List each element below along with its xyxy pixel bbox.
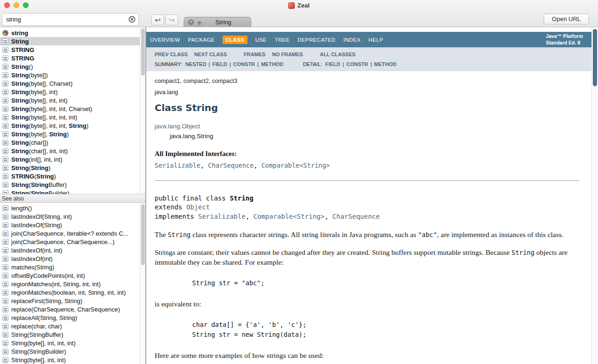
see-also-item[interactable]: String(byte[], int, int, int) (0, 339, 145, 347)
subnav-method[interactable]: METHOD (374, 61, 396, 67)
interface-link[interactable]: CharSequence (208, 162, 254, 169)
topnav-help[interactable]: HELP (368, 37, 383, 43)
search-result-item[interactable]: String(byte[], Charset) (0, 79, 145, 88)
signature-link[interactable]: Object (186, 203, 210, 211)
interface-link[interactable]: Comparable<String> (262, 162, 330, 169)
entry-icon (2, 247, 8, 253)
search-result-item[interactable]: STRING (0, 45, 145, 54)
see-also-item[interactable]: regionMatches(boolean, int, String, int,… (0, 288, 145, 297)
see-also-item[interactable]: lastIndexOf(int, int) (0, 246, 145, 254)
see-also-item[interactable]: lastIndexOf(int) (0, 254, 145, 263)
see-also-item[interactable]: matches(String) (0, 263, 145, 271)
see-also-item[interactable]: replace(char, char) (0, 322, 145, 330)
subnav-link-no-frames[interactable]: NO FRAMES (272, 52, 303, 57)
superclass-link[interactable]: java.lang.Object (155, 123, 200, 130)
clear-search-icon[interactable] (128, 16, 135, 23)
subnav-method[interactable]: METHOD (261, 61, 284, 67)
entry-icon (2, 214, 8, 220)
see-also-scrollbar-thumb[interactable] (141, 204, 145, 265)
subnav-link-prev-class[interactable]: PREV CLASS (155, 52, 187, 57)
see-also-item[interactable]: length() (0, 204, 145, 212)
result-label: String(char[], int, int) (11, 148, 68, 155)
tab-string[interactable]: × String (184, 17, 251, 27)
topnav-deprecated[interactable]: DEPRECATED (298, 37, 336, 43)
topnav-package[interactable]: PACKAGE (188, 37, 215, 43)
search-result-item[interactable]: STRING(String) (0, 172, 145, 180)
search-result-item[interactable]: String(StringBuilder) (0, 189, 145, 194)
separator: | (209, 61, 210, 67)
topnav-index[interactable]: INDEX (344, 37, 361, 43)
subnav-field[interactable]: FIELD (325, 61, 340, 67)
class-description: The String class represents character st… (155, 230, 579, 364)
interface-link[interactable]: Serializable (155, 162, 201, 169)
see-also-label-text: replaceAll(String, String) (11, 314, 77, 321)
inline-code: "abc" (418, 231, 437, 238)
see-also-item[interactable]: join(CharSequence, CharSequence...) (0, 238, 145, 246)
see-also-item[interactable]: replaceFirst(String, String) (0, 297, 145, 305)
see-also-item[interactable]: replace(CharSequence, CharSequence) (0, 305, 145, 313)
see-also-label-text: lastIndexOf(int) (11, 255, 52, 262)
subnav-link-frames[interactable]: FRAMES (244, 52, 265, 57)
see-also-item[interactable]: lastIndexOf(String) (0, 221, 145, 229)
search-result-item[interactable]: String(byte[], int) (0, 88, 145, 96)
subnav-constr[interactable]: CONSTR (346, 61, 368, 67)
tab-close-icon[interactable]: × (188, 19, 194, 25)
search-result-item[interactable]: String(int[], int, int) (0, 155, 145, 163)
doc-pane: OVERVIEWPACKAGECLASSUSETREEDEPRECATEDIND… (146, 27, 598, 364)
entry-icon (2, 156, 8, 163)
subnav-link-all-classes[interactable]: ALL CLASSES (320, 52, 355, 57)
entry-icon (2, 131, 8, 137)
search-result-item[interactable]: STRING (0, 54, 145, 62)
see-also-item[interactable]: join(CharSequence, Iterable<? extends C.… (0, 229, 145, 238)
search-result-item[interactable]: String(char[]) (0, 138, 145, 147)
forward-button[interactable]: ↪ (165, 15, 178, 25)
see-also-item[interactable]: regionMatches(int, String, int, int) (0, 280, 145, 288)
search-result-item[interactable]: String (0, 37, 145, 45)
search-result-item[interactable]: String(byte[], String) (0, 130, 145, 138)
subnav-constr[interactable]: CONSTR (233, 61, 255, 67)
result-label: string (11, 30, 28, 37)
see-also-item[interactable]: String(StringBuilder) (0, 347, 145, 356)
search-result-item[interactable]: String(byte[]) (0, 71, 145, 79)
result-label: String(byte[], int) (11, 89, 58, 96)
doc-paragraph: is equivalent to: (155, 299, 572, 309)
topnav-use[interactable]: USE (255, 37, 267, 43)
search-result-item[interactable]: string (0, 29, 145, 37)
search-result-item[interactable]: String(String) (0, 163, 145, 172)
search-result-item[interactable]: String() (0, 62, 145, 71)
see-also-item[interactable]: String(StringBuffer) (0, 330, 145, 339)
search-result-item[interactable]: String(StringBuffer) (0, 180, 145, 189)
see-also-item[interactable]: lastIndexOf(String, int) (0, 212, 145, 221)
topnav-class[interactable]: CLASS (223, 36, 247, 44)
docset-search-box[interactable] (2, 13, 139, 26)
zeal-app-icon (288, 2, 295, 9)
entry-icon (2, 239, 8, 245)
doc-scrollbar-thumb[interactable] (593, 29, 597, 86)
results-scrollbar[interactable] (140, 27, 145, 194)
topnav-tree[interactable]: TREE (275, 37, 290, 43)
see-also-label-text: replace(CharSequence, CharSequence) (11, 306, 120, 313)
search-result-item[interactable]: String(byte[], int, int, Charset) (0, 104, 145, 113)
signature-link[interactable]: Comparable<String> (254, 213, 325, 220)
doc-scrollbar[interactable] (591, 27, 598, 364)
open-url-button[interactable]: Open URL (544, 14, 589, 24)
implemented-interfaces-label: All Implemented Interfaces: (155, 150, 579, 158)
results-scrollbar-thumb[interactable] (141, 29, 145, 75)
see-also-scrollbar[interactable] (140, 203, 145, 364)
subnav-link-next-class[interactable]: NEXT CLASS (194, 52, 227, 57)
search-input[interactable] (6, 16, 128, 23)
see-also-item[interactable]: offsetByCodePoints(int, int) (0, 271, 145, 280)
search-result-item[interactable]: String(byte[], int, int, int) (0, 113, 145, 121)
see-also-item[interactable]: replaceAll(String, String) (0, 313, 145, 322)
see-also-label-text: offsetByCodePoints(int, int) (11, 272, 85, 279)
search-result-item[interactable]: String(byte[], int, int, String) (0, 121, 145, 130)
see-also-item[interactable]: String(byte[], int, int) (0, 356, 145, 364)
back-button[interactable]: ↩ (151, 15, 164, 25)
topnav-overview[interactable]: OVERVIEW (150, 37, 180, 43)
see-also-list: length()lastIndexOf(String, int)lastInde… (0, 203, 145, 364)
signature-link[interactable]: CharSequence (332, 213, 380, 220)
search-result-item[interactable]: String(byte[], int, int) (0, 96, 145, 104)
subnav-field[interactable]: FIELD (212, 61, 227, 67)
search-result-item[interactable]: String(char[], int, int) (0, 147, 145, 155)
signature-link[interactable]: Serializable (198, 213, 246, 220)
